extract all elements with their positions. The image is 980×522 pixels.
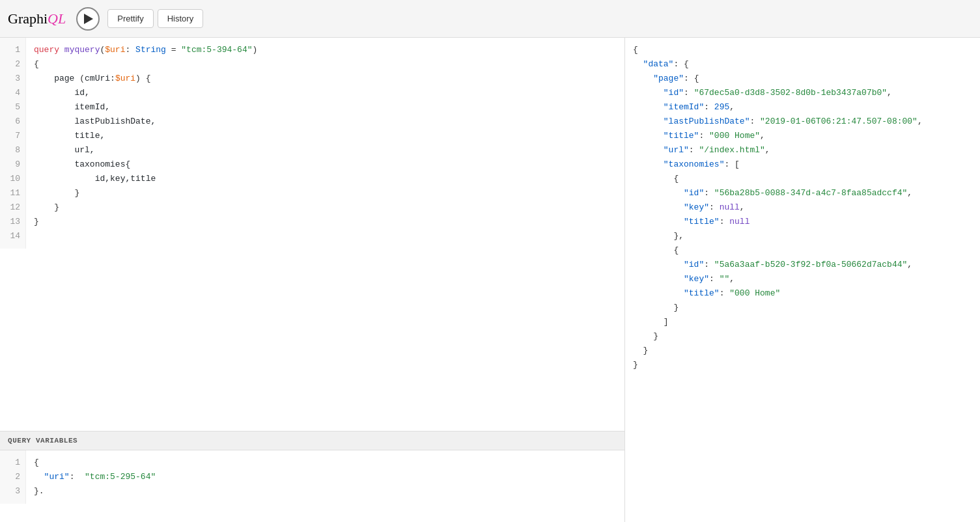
logo-italic: QL (48, 10, 66, 27)
query-variables-content[interactable]: 1 2 3 { "uri": "tcm:5-295-64" }. (0, 450, 624, 522)
qv-line-numbers: 1 2 3 (0, 450, 26, 504)
qv-code-area: 1 2 3 { "uri": "tcm:5-295-64" }. (0, 450, 624, 504)
run-button[interactable] (76, 7, 100, 31)
result-content: { "data": { "page": { "id": "67dec5a0-d3… (625, 38, 980, 378)
result-panel: { "data": { "page": { "id": "67dec5a0-d3… (625, 38, 980, 522)
query-editor[interactable]: 1 2 3 4 5 6 7 8 9 10 11 12 13 14 query m… (0, 38, 624, 431)
left-panel: 1 2 3 4 5 6 7 8 9 10 11 12 13 14 query m… (0, 38, 625, 522)
app-logo: GraphiQL (8, 10, 66, 27)
code-area: 1 2 3 4 5 6 7 8 9 10 11 12 13 14 query m… (0, 38, 624, 249)
header: GraphiQL Prettify History (0, 0, 980, 38)
query-code: query myquery($uri: String = "tcm:5-394-… (26, 38, 624, 249)
query-variables-header: QUERY VARIABLES (0, 432, 624, 450)
line-numbers: 1 2 3 4 5 6 7 8 9 10 11 12 13 14 (0, 38, 26, 249)
play-icon (84, 14, 93, 24)
prettify-button[interactable]: Prettify (107, 9, 153, 28)
qv-code: { "uri": "tcm:5-295-64" }. (26, 450, 624, 504)
query-variables-panel: QUERY VARIABLES 1 2 3 { "uri": "tcm:5-29… (0, 431, 624, 522)
main-area: 1 2 3 4 5 6 7 8 9 10 11 12 13 14 query m… (0, 38, 980, 522)
history-button[interactable]: History (158, 9, 203, 28)
